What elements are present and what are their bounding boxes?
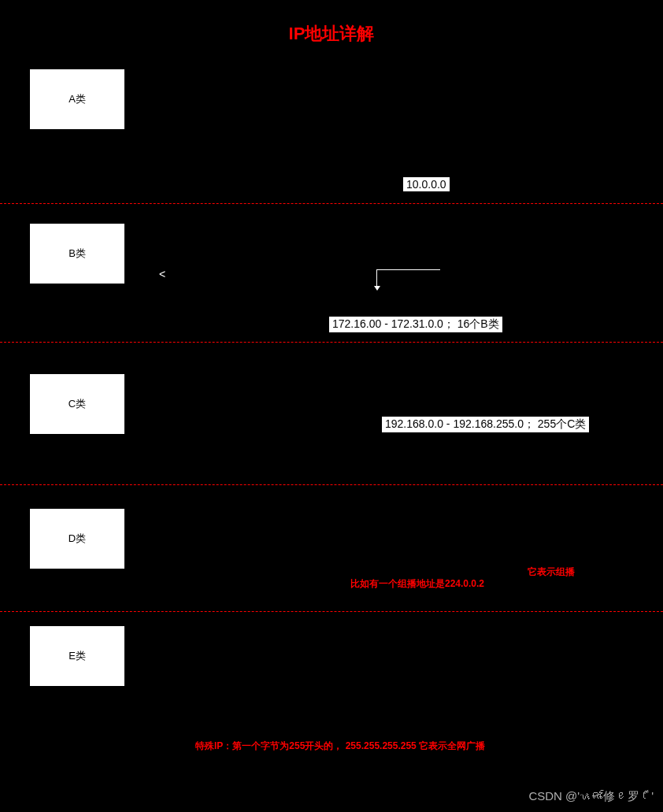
class-e-box: E类	[30, 626, 124, 686]
class-d-box: D类	[30, 509, 124, 569]
section-c: C类 192.168.0.0 - 192.168.255.0； 255个C类	[0, 343, 663, 485]
special-ip-note: 特殊IP：第一个字节为255开头的， 255.255.255.255 它表示全网…	[195, 740, 485, 753]
arrow-icon	[376, 269, 440, 286]
section-b: B类 < 172.16.00 - 172.31.0.0； 16个B类	[0, 204, 663, 343]
class-d-note2: 它表示组播	[528, 565, 575, 579]
watermark: CSDN @'ᝰꫛ修ꫀ罗ꪶꪸ'	[528, 789, 654, 804]
class-c-label: C类	[69, 397, 86, 411]
class-a-badge: 10.0.0.0	[403, 177, 450, 191]
section-d: D类 比如有一个组播地址是224.0.0.2 它表示组播	[0, 485, 663, 612]
section-e: E类 特殊IP：第一个字节为255开头的， 255.255.255.255 它表…	[0, 612, 663, 777]
class-a-box: A类	[30, 69, 124, 129]
class-c-badge: 192.168.0.0 - 192.168.255.0； 255个C类	[382, 417, 589, 432]
section-a: A类 10.0.0.0	[0, 46, 663, 204]
class-c-box: C类	[30, 374, 124, 434]
class-d-label: D类	[69, 532, 86, 546]
class-b-badge: 172.16.00 - 172.31.0.0； 16个B类	[329, 317, 502, 332]
class-b-box: B类	[30, 224, 124, 284]
class-e-label: E类	[69, 649, 86, 663]
class-b-label: B类	[69, 247, 86, 261]
class-a-label: A类	[69, 92, 86, 106]
angle-bracket: <	[159, 268, 165, 280]
class-d-note1: 比如有一个组播地址是224.0.0.2	[350, 577, 484, 591]
page-title: IP地址详解	[0, 0, 663, 46]
